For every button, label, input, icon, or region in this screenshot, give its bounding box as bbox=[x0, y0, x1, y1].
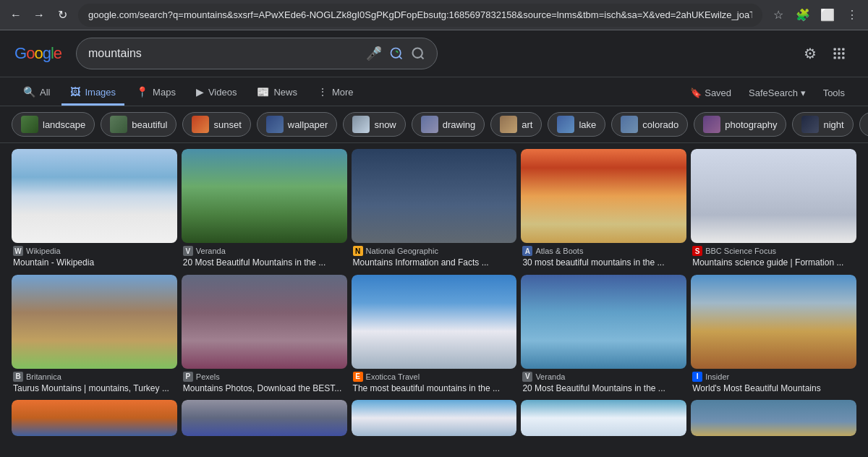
image-partial-2[interactable] bbox=[182, 400, 347, 436]
image-title-4: 30 most beautiful mountains in the ... bbox=[522, 257, 685, 269]
chip-landscape[interactable]: landscape bbox=[12, 112, 95, 137]
image-partial-3[interactable] bbox=[352, 400, 517, 436]
search-icons: 🎤 bbox=[366, 46, 425, 61]
image-source-8: E Exoticca Travel bbox=[353, 372, 516, 382]
tools-label: Tools bbox=[823, 87, 845, 98]
chip-beautiful-label: beautiful bbox=[132, 119, 167, 130]
safesearch-info[interactable]: SafeSearch ▾ bbox=[746, 82, 809, 104]
image-thumbnail-14 bbox=[521, 400, 686, 436]
chip-night[interactable]: night bbox=[792, 112, 853, 137]
chip-drawing[interactable]: drawing bbox=[412, 112, 485, 137]
tab-more-label: More bbox=[332, 87, 354, 98]
image-caption-5: S BBC Science Focus Mountains science gu… bbox=[691, 243, 856, 270]
tab-all[interactable]: 🔍 All bbox=[14, 80, 59, 106]
image-partial-5[interactable] bbox=[691, 400, 856, 436]
svg-rect-6 bbox=[838, 52, 840, 54]
chip-sunset[interactable]: sunset bbox=[182, 112, 250, 137]
bookmark-button[interactable]: ☆ bbox=[768, 5, 788, 25]
image-partial-4[interactable] bbox=[521, 400, 686, 436]
source-name-10: Insider bbox=[705, 372, 729, 381]
search-button[interactable] bbox=[411, 46, 425, 61]
source-name-9: Veranda bbox=[535, 372, 565, 381]
filter-chips: landscape beautiful sunset wallpaper sno… bbox=[0, 106, 868, 143]
logo-o1: o bbox=[26, 44, 34, 62]
google-header: Google 🎤 ⚙ bbox=[0, 30, 868, 77]
image-thumbnail-11 bbox=[12, 400, 177, 436]
source-name-1: Wikipedia bbox=[26, 247, 61, 255]
voice-search-button[interactable]: 🎤 bbox=[366, 46, 382, 61]
image-item-atlas[interactable]: A Atlas & Boots 30 most beautiful mounta… bbox=[521, 149, 686, 270]
svg-point-0 bbox=[391, 48, 401, 58]
image-source-6: B Britannica bbox=[13, 372, 176, 382]
source-icon-10: I bbox=[692, 372, 702, 382]
image-item-veranda1[interactable]: V Veranda 20 Most Beautiful Mountains in… bbox=[182, 149, 347, 270]
source-icon-5: S bbox=[692, 246, 702, 256]
image-item-veranda2[interactable]: V Veranda 20 Most Beautiful Mountains in… bbox=[521, 275, 686, 396]
image-thumbnail-4 bbox=[521, 149, 686, 243]
tools-button[interactable]: Tools bbox=[814, 82, 854, 104]
image-caption-8: E Exoticca Travel The most beautiful mou… bbox=[352, 369, 517, 396]
chip-wallpaper[interactable]: wallpaper bbox=[257, 112, 338, 137]
chip-snow[interactable]: snow bbox=[343, 112, 405, 137]
image-partial-1[interactable] bbox=[12, 400, 177, 436]
image-caption-2: V Veranda 20 Most Beautiful Mountains in… bbox=[182, 243, 347, 270]
chip-art[interactable]: art bbox=[490, 112, 542, 137]
browser-chrome: ← → ↻ ☆ 🧩 ⬜ ⋮ bbox=[0, 0, 868, 30]
tab-images[interactable]: 🖼 Images bbox=[61, 80, 124, 106]
saved-info[interactable]: 🔖 Saved bbox=[681, 82, 740, 104]
image-col-1: W Wikipedia Mountain - Wikipedia B Brita… bbox=[12, 149, 177, 436]
tab-more[interactable]: ⋮ More bbox=[309, 80, 362, 106]
chip-night-label: night bbox=[823, 119, 843, 130]
address-bar[interactable] bbox=[78, 4, 762, 27]
chip-art-label: art bbox=[522, 119, 532, 130]
all-icon: 🔍 bbox=[23, 86, 35, 98]
chip-photography[interactable]: photography bbox=[694, 112, 786, 137]
source-icon-9: V bbox=[522, 372, 532, 382]
chip-colorado-label: colorado bbox=[642, 119, 678, 130]
image-item-bbc[interactable]: S BBC Science Focus Mountains science gu… bbox=[691, 149, 856, 270]
settings-button[interactable]: ⚙ bbox=[796, 39, 825, 68]
apps-button[interactable] bbox=[825, 39, 854, 68]
scroll-right-button[interactable]: › bbox=[859, 112, 868, 137]
svg-rect-2 bbox=[834, 48, 836, 51]
chip-colorado[interactable]: colorado bbox=[611, 112, 688, 137]
chip-sunset-thumb bbox=[192, 116, 209, 133]
chip-lake[interactable]: lake bbox=[548, 112, 605, 137]
chip-beautiful[interactable]: beautiful bbox=[101, 112, 176, 137]
chip-lake-label: lake bbox=[579, 119, 596, 130]
search-input[interactable] bbox=[88, 47, 359, 60]
image-item-pexels[interactable]: P Pexels Mountains Photos, Download the … bbox=[182, 275, 347, 396]
image-item-britannica[interactable]: B Britannica Taurus Mountains | mountain… bbox=[12, 275, 177, 396]
chip-landscape-thumb bbox=[21, 116, 38, 133]
google-logo[interactable]: Google bbox=[14, 44, 61, 63]
tab-videos[interactable]: ▶ Videos bbox=[187, 80, 246, 106]
source-name-5: BBC Science Focus bbox=[705, 247, 776, 255]
image-title-3: Mountains Information and Facts ... bbox=[353, 257, 516, 269]
image-source-5: S BBC Science Focus bbox=[692, 246, 855, 256]
image-item-exoticca[interactable]: E Exoticca Travel The most beautiful mou… bbox=[352, 275, 517, 396]
image-item-wikipedia[interactable]: W Wikipedia Mountain - Wikipedia bbox=[12, 149, 177, 270]
search-nav: 🔍 All 🖼 Images 📍 Maps ▶ Videos 📰 News ⋮ … bbox=[0, 77, 868, 106]
back-button[interactable]: ← bbox=[6, 5, 26, 25]
logo-g: G bbox=[14, 44, 26, 62]
image-source-3: N National Geographic bbox=[353, 246, 516, 256]
image-item-natgeo[interactable]: N National Geographic Mountains Informat… bbox=[352, 149, 517, 270]
chip-drawing-thumb bbox=[421, 116, 438, 133]
menu-button[interactable]: ⋮ bbox=[842, 5, 862, 25]
tab-maps[interactable]: 📍 Maps bbox=[127, 80, 184, 106]
maps-icon: 📍 bbox=[136, 86, 148, 98]
image-title-5: Mountains science guide | Formation ... bbox=[692, 257, 855, 269]
extensions-button[interactable]: 🧩 bbox=[793, 5, 813, 25]
source-icon-8: E bbox=[353, 372, 363, 382]
lens-button[interactable] bbox=[389, 46, 404, 61]
svg-rect-10 bbox=[842, 56, 844, 59]
chip-drawing-label: drawing bbox=[443, 119, 476, 130]
image-item-insider[interactable]: I Insider World's Most Beautiful Mountai… bbox=[691, 275, 856, 396]
chip-snow-label: snow bbox=[374, 119, 396, 130]
forward-button[interactable]: → bbox=[29, 5, 49, 25]
reload-button[interactable]: ↻ bbox=[52, 5, 72, 25]
image-title-2: 20 Most Beautiful Mountains in the ... bbox=[183, 257, 346, 269]
profile-button[interactable]: ⬜ bbox=[817, 5, 838, 25]
tab-news[interactable]: 📰 News bbox=[248, 80, 306, 106]
image-caption-10: I Insider World's Most Beautiful Mountai… bbox=[691, 369, 856, 396]
